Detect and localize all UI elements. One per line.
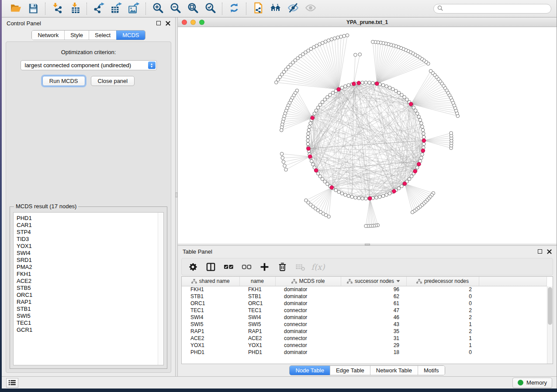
zoom-out-button[interactable] <box>166 2 184 16</box>
tab-edge-table[interactable]: Edge Table <box>330 366 370 375</box>
graph-mcds-hub-node[interactable] <box>409 102 413 106</box>
graph-node[interactable] <box>337 190 341 194</box>
graph-node[interactable] <box>280 128 283 132</box>
export-table-button[interactable] <box>107 2 125 16</box>
graph-node[interactable] <box>280 152 284 156</box>
cell-successor-nodes[interactable]: 31 <box>341 335 406 342</box>
graph-mcds-hub-node[interactable] <box>413 169 417 173</box>
graph-node[interactable] <box>282 160 285 164</box>
memory-button[interactable]: Memory <box>512 378 552 388</box>
graph-mcds-hub-node[interactable] <box>352 82 356 86</box>
cell-MCDS-role[interactable]: dominator <box>275 300 341 307</box>
graph-node[interactable] <box>364 197 368 200</box>
tab-network-table[interactable]: Network Table <box>370 366 418 375</box>
zoom-in-button[interactable] <box>149 2 166 16</box>
column-header-name[interactable]: name <box>239 277 275 286</box>
cell-predecessor-nodes[interactable]: 1 <box>406 342 479 349</box>
network-graph[interactable] <box>178 27 557 244</box>
cell-MCDS-role[interactable]: dominator <box>275 314 341 321</box>
zoom-fit-button[interactable] <box>184 2 201 16</box>
graph-node[interactable] <box>400 93 404 97</box>
mcds-result-item[interactable]: SWI5 <box>17 313 157 320</box>
deselect-all-button[interactable] <box>241 261 252 272</box>
cell-successor-nodes[interactable]: 96 <box>341 286 406 293</box>
export-image-button[interactable] <box>125 2 142 16</box>
float-panel-icon[interactable] <box>156 21 161 25</box>
graph-node[interactable] <box>339 35 343 38</box>
tab-network[interactable]: Network <box>32 31 64 40</box>
cell-shared-name[interactable]: SWI4 <box>182 314 239 321</box>
table-row[interactable]: ACE2ACE2connector311 <box>182 335 547 342</box>
graph-node[interactable] <box>420 156 423 160</box>
mcds-result-item[interactable]: STB5 <box>17 285 157 292</box>
graph-node[interactable] <box>346 34 349 37</box>
mcds-result-item[interactable]: SRD1 <box>17 257 157 264</box>
cell-name[interactable]: STB1 <box>239 293 275 300</box>
graph-mcds-hub-node[interactable] <box>417 162 421 166</box>
graph-node[interactable] <box>316 172 320 175</box>
graph-node[interactable] <box>344 193 347 196</box>
cell-successor-nodes[interactable]: 47 <box>341 307 406 314</box>
graph-node[interactable] <box>385 85 388 88</box>
graph-node[interactable] <box>422 142 426 146</box>
graph-node[interactable] <box>361 81 364 85</box>
graph-node[interactable] <box>310 159 313 163</box>
graph-node[interactable] <box>419 118 422 122</box>
graph-node[interactable] <box>429 69 432 73</box>
cell-successor-nodes[interactable]: 29 <box>341 342 406 349</box>
new-network-from-selection-button[interactable] <box>249 2 267 16</box>
mcds-result-list[interactable]: PHD1CAR1STP4TID3YOX1SWI4SRD1PMA2FKH1ACE2… <box>13 212 164 365</box>
mcds-result-item[interactable]: YOX1 <box>17 243 157 250</box>
cell-shared-name[interactable]: RAP1 <box>182 328 239 335</box>
graph-node[interactable] <box>340 86 344 89</box>
graph-mcds-hub-node[interactable] <box>311 116 315 120</box>
mcds-result-item[interactable]: PMA2 <box>17 264 157 271</box>
optimization-criterion-select[interactable]: largest connected component (undirected)… <box>21 60 157 70</box>
horizontal-splitter[interactable] <box>178 244 557 246</box>
horizontal-splitter-handle[interactable] <box>365 244 370 245</box>
cell-MCDS-role[interactable]: dominator <box>275 286 341 293</box>
graph-node[interactable] <box>375 196 378 199</box>
open-file-button[interactable] <box>7 2 24 16</box>
graph-mcds-hub-node[interactable] <box>421 149 425 153</box>
graph-node[interactable] <box>381 83 385 87</box>
table-scrollbar[interactable] <box>547 286 553 364</box>
cell-MCDS-role[interactable]: dominator <box>275 328 341 335</box>
table-row[interactable]: RAP1RAP1dominator352 <box>182 328 547 335</box>
task-history-button[interactable] <box>6 378 18 388</box>
graph-mcds-hub-node[interactable] <box>357 81 361 85</box>
graph-node[interactable] <box>357 196 361 200</box>
cell-successor-nodes[interactable]: 35 <box>341 328 406 335</box>
graph-node[interactable] <box>334 189 338 192</box>
graph-node[interactable] <box>321 177 324 181</box>
graph-node[interactable] <box>347 194 350 198</box>
graph-node[interactable] <box>304 199 308 202</box>
cell-shared-name[interactable]: TEC1 <box>182 307 239 314</box>
graph-node[interactable] <box>417 115 421 119</box>
graph-node[interactable] <box>421 153 424 156</box>
graph-node[interactable] <box>318 103 322 107</box>
mcds-result-item[interactable]: PHD1 <box>17 215 157 222</box>
graph-node[interactable] <box>358 53 362 56</box>
import-network-button[interactable] <box>48 2 66 16</box>
graph-node[interactable] <box>415 112 419 115</box>
cell-shared-name[interactable]: PHD1 <box>182 349 239 356</box>
graph-node[interactable] <box>361 197 364 200</box>
graph-node[interactable] <box>364 81 368 84</box>
cell-MCDS-role[interactable]: connector <box>275 335 341 342</box>
graph-node[interactable] <box>313 112 316 115</box>
graph-node[interactable] <box>284 168 288 172</box>
graph-mcds-hub-node[interactable] <box>337 87 341 91</box>
column-header-shared-name[interactable]: shared name <box>182 277 239 286</box>
column-header-predecessor-nodes[interactable]: predecessor nodes <box>406 277 479 286</box>
delete-column-button[interactable] <box>277 261 288 272</box>
graph-node[interactable] <box>340 192 344 195</box>
cell-predecessor-nodes[interactable]: 0 <box>406 293 479 300</box>
graph-node[interactable] <box>350 195 354 199</box>
graph-node[interactable] <box>415 166 419 169</box>
mcds-result-item[interactable]: FKH1 <box>17 271 157 278</box>
cell-predecessor-nodes[interactable]: 2 <box>406 314 479 321</box>
show-columns-button[interactable] <box>205 261 216 272</box>
graph-node[interactable] <box>412 106 415 110</box>
cell-shared-name[interactable]: ACE2 <box>182 335 239 342</box>
